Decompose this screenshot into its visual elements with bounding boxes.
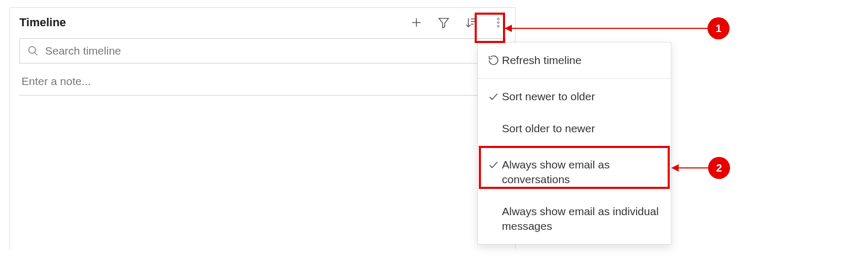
note-box[interactable] (19, 71, 506, 96)
menu-email-conversations[interactable]: Always show email as conversations (478, 149, 671, 196)
svg-line-11 (35, 52, 38, 56)
search-icon (27, 45, 39, 57)
add-button[interactable] (409, 15, 424, 30)
svg-point-7 (497, 18, 499, 20)
sort-button[interactable] (464, 15, 478, 30)
menu-sort-newer[interactable]: Sort newer to older (478, 81, 671, 112)
menu-refresh[interactable]: Refresh timeline (478, 45, 671, 76)
timeline-panel: Timeline (9, 7, 516, 249)
menu-sort-older[interactable]: Sort older to newer (478, 113, 671, 144)
plus-icon (410, 16, 423, 29)
menu-section: Sort newer to older Sort older to newer (478, 79, 671, 146)
search-input[interactable] (45, 45, 498, 57)
filter-button[interactable] (436, 15, 451, 30)
menu-email-individual[interactable]: Always show email as individual messages (478, 196, 671, 242)
callout-arrow-1 (505, 28, 709, 29)
timeline-title: Timeline (19, 16, 66, 29)
menu-sort-older-label: Sort older to newer (502, 121, 661, 136)
svg-marker-2 (439, 18, 448, 28)
svg-point-8 (497, 22, 499, 24)
refresh-icon (488, 55, 499, 66)
svg-point-10 (29, 47, 36, 54)
more-button[interactable] (491, 15, 506, 30)
more-dropdown-menu: Refresh timeline Sort newer to older Sor… (477, 42, 671, 245)
sort-icon (465, 16, 477, 29)
filter-icon (437, 16, 450, 29)
menu-refresh-label: Refresh timeline (502, 53, 661, 68)
timeline-toolbar (409, 15, 506, 30)
note-input[interactable] (22, 75, 503, 88)
timeline-header: Timeline (10, 8, 515, 35)
search-box[interactable] (19, 38, 506, 63)
more-vertical-icon (492, 16, 505, 29)
callout-badge-1: 1 (708, 17, 730, 39)
check-icon (488, 91, 499, 102)
menu-section: Refresh timeline (478, 43, 671, 78)
menu-sort-newer-label: Sort newer to older (502, 89, 661, 104)
svg-point-9 (497, 25, 499, 27)
callout-badge-2: 2 (708, 157, 730, 179)
callout-arrow-2 (672, 167, 709, 168)
menu-email-individual-label: Always show email as individual messages (502, 204, 661, 234)
check-icon (488, 159, 499, 171)
menu-email-conversations-label: Always show email as conversations (502, 157, 661, 187)
menu-section: Always show email as conversations Alway… (478, 147, 671, 244)
